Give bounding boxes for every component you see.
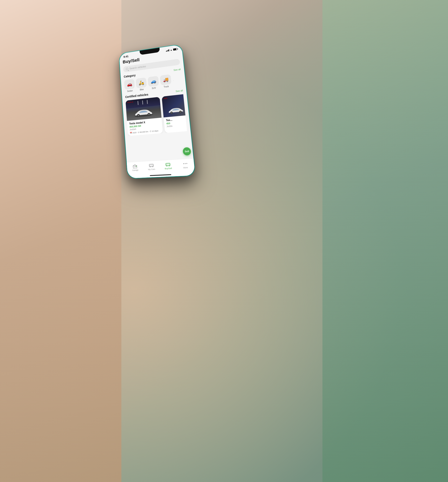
battery-fill [173, 48, 176, 50]
buysell-nav-label: Buy/Sell [165, 167, 172, 170]
svg-rect-8 [150, 165, 153, 166]
year-value-1: 2020 [132, 131, 137, 134]
category-item-bike[interactable]: 🛵 Bike [136, 77, 147, 91]
light-1 [137, 101, 138, 105]
status-icons: ▲ [166, 48, 177, 52]
car-svg [133, 107, 154, 119]
svg-point-13 [166, 165, 168, 166]
car-silhouette-2 [167, 106, 185, 116]
svg-point-9 [150, 166, 151, 167]
garage-nav-label: Garage [132, 169, 138, 171]
svg-rect-12 [166, 164, 170, 165]
search-placeholder: Search vehicles [129, 65, 146, 70]
mileage-value-1: 68,000 km [140, 131, 148, 133]
car-silhouette [133, 107, 154, 119]
signal-bar-3 [168, 50, 168, 51]
phone-device: 9:41 ▲ [119, 44, 196, 179]
truck-icon-box: 🚚 [160, 74, 172, 85]
more-nav-label: More [183, 166, 188, 169]
suv-label: SUV [152, 87, 156, 89]
clock-icon: ⏱ [149, 130, 152, 132]
wifi-icon: ▲ [170, 48, 172, 51]
sedan-icon-box: 🚗 [124, 79, 135, 89]
category-see-all[interactable]: See all [174, 68, 181, 71]
nav-item-garage[interactable]: Garage [127, 164, 143, 172]
bike-label: Bike [140, 88, 144, 91]
certified-title: Certified vehicles [125, 93, 148, 99]
svg-point-17 [186, 163, 187, 164]
suv-icon-box: 🚙 [148, 76, 159, 87]
app-content: Buy/Sell Search vehicles Category See al… [120, 51, 194, 168]
card-image-1: TESLA [126, 97, 161, 121]
category-item-sedan[interactable]: 🚗 Sedan [124, 79, 135, 93]
search-icon [126, 68, 128, 70]
phone-frame: 9:41 ▲ [119, 44, 196, 179]
svg-point-16 [185, 163, 186, 164]
suv-icon: 🚙 [150, 79, 156, 84]
car-days-1: ⏱ 10 days [149, 129, 158, 132]
garage-icon [133, 164, 137, 169]
card-body-2: Tes... 450 Jedda [164, 115, 187, 131]
speedometer-icon: ⊙ [138, 131, 140, 134]
left-bg [0, 0, 121, 482]
sell-label: Sell [184, 150, 189, 153]
buysell-icon [166, 162, 171, 167]
signal-icon [166, 49, 169, 52]
signal-bar-1 [166, 51, 167, 51]
card-body-1: Tesla model X 450,000 SR Jeddah 📅 2020 [127, 118, 163, 136]
status-time: 9:41 [123, 55, 129, 58]
certified-see-all[interactable]: See all [176, 89, 183, 93]
days-value-1: 10 days [152, 129, 158, 132]
svg-rect-5 [134, 167, 136, 169]
signal-bar-2 [167, 50, 168, 51]
vehicle-card-2[interactable]: TES [162, 94, 187, 133]
category-title: Category [124, 74, 136, 78]
truck-icon: 🚚 [163, 77, 169, 83]
right-bg [322, 0, 448, 482]
category-item-suv[interactable]: 🚙 SUV [148, 76, 159, 90]
scene-container: 9:41 ▲ [0, 0, 448, 482]
nav-item-buysell[interactable]: Buy/Sell [160, 162, 177, 170]
car-year-1: 📅 2020 [130, 131, 136, 134]
mycars-icon [149, 163, 154, 168]
category-item-truck[interactable]: 🚚 Truck [160, 74, 172, 88]
sedan-icon: 🚗 [127, 81, 132, 87]
sell-fab[interactable]: Sell [183, 147, 191, 156]
phone-screen: 9:41 ▲ [119, 44, 195, 178]
bike-icon: 🛵 [138, 80, 144, 86]
svg-point-15 [183, 163, 184, 164]
signal-bar-4 [168, 49, 169, 51]
light-2 [142, 100, 143, 105]
car-svg-2 [167, 106, 185, 115]
battery-icon [173, 48, 177, 50]
nav-item-mycars[interactable]: My Cars [143, 163, 160, 171]
car-mileage-1: ⊙ 68,000 km [138, 131, 149, 134]
svg-point-10 [152, 166, 153, 167]
cards-row: TESLA [126, 94, 187, 136]
card-image-2: TES [162, 94, 187, 117]
sedan-label: Sedan [127, 89, 133, 93]
vehicle-card-1[interactable]: TESLA [126, 97, 163, 136]
mycars-nav-label: My Cars [148, 168, 155, 171]
nav-item-more[interactable]: More [176, 161, 195, 169]
more-icon [183, 161, 188, 166]
name-truncated: ... [170, 119, 173, 122]
calendar-icon: 📅 [130, 132, 132, 134]
bike-icon-box: 🛵 [136, 77, 147, 88]
svg-point-14 [169, 165, 170, 166]
truck-label: Truck [164, 85, 169, 88]
tesla-logo-2: TES [163, 97, 168, 100]
